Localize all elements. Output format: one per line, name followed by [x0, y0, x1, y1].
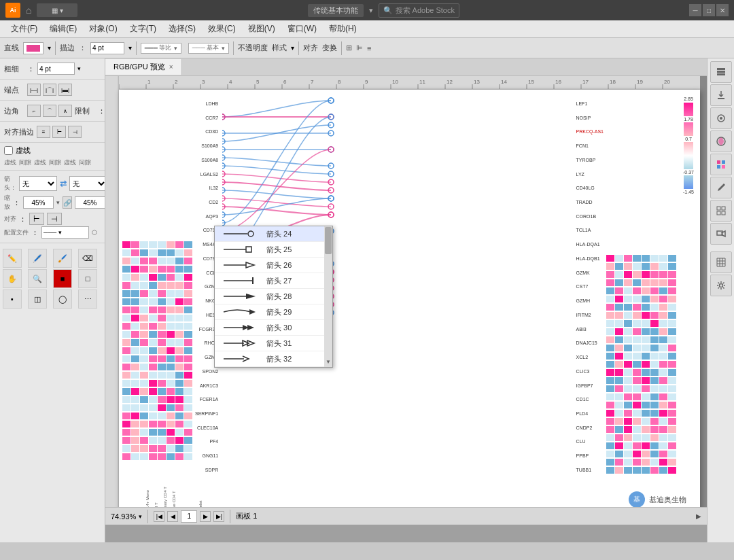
- menu-effect[interactable]: 效果(C): [203, 22, 241, 36]
- right-tool-properties[interactable]: [710, 107, 732, 129]
- arrow-item-25[interactable]: 箭头 25: [215, 242, 332, 258]
- right-tool-swatches[interactable]: [710, 154, 732, 175]
- page-first-button[interactable]: |◀: [154, 511, 164, 522]
- left-cell-11-1: [131, 331, 139, 338]
- right-tool-export[interactable]: [710, 84, 732, 106]
- arrow-start-select[interactable]: 无 箭头 24: [19, 176, 57, 191]
- profile-options[interactable]: ⬡: [92, 229, 97, 236]
- align-center[interactable]: ≡: [37, 126, 50, 138]
- page-next-button[interactable]: ▶: [200, 511, 211, 522]
- minimize-button[interactable]: ─: [689, 4, 701, 16]
- stroke-basic-preview[interactable]: ─── 基本 ▾: [188, 43, 229, 54]
- align-inner[interactable]: ⊢: [52, 126, 66, 138]
- tool-brush[interactable]: 🖌️: [53, 249, 72, 268]
- stroke-style-preview[interactable]: ═══ 等比 ▾: [141, 43, 181, 54]
- align-btn2[interactable]: ⊣: [47, 213, 62, 225]
- zoom-arrow[interactable]: ▾: [139, 513, 142, 520]
- tool-pen[interactable]: 🖊️: [28, 249, 47, 268]
- search-container[interactable]: 🔍 搜索 Adobe Stock: [379, 3, 459, 18]
- weight-input[interactable]: [37, 63, 75, 75]
- menu-file[interactable]: 文件(F): [5, 22, 43, 36]
- corner-bevel[interactable]: ∧: [58, 105, 72, 117]
- right-tool-color[interactable]: [710, 130, 732, 152]
- tool-rect1[interactable]: ▪: [3, 290, 22, 309]
- page-prev-button[interactable]: ◀: [167, 511, 178, 522]
- corner-round[interactable]: ⌒: [43, 105, 56, 117]
- menu-edit[interactable]: 编辑(E): [44, 22, 82, 36]
- right-tool-grid[interactable]: [710, 251, 732, 273]
- scale-end-input[interactable]: [75, 196, 105, 209]
- endpoint-butt[interactable]: |—|: [27, 84, 41, 96]
- menu-object[interactable]: 对象(O): [84, 22, 122, 36]
- arrow-swap-icon[interactable]: ⇄: [60, 179, 67, 188]
- arrow-dropdown[interactable]: 箭头 24 箭头 25 箭头 26: [214, 226, 333, 368]
- arrow-item-28[interactable]: 箭头 28: [215, 289, 332, 304]
- right-tool-links[interactable]: [710, 223, 732, 245]
- canvas-tab[interactable]: RGB/GPU 预览 ×: [105, 59, 182, 75]
- menu-view[interactable]: 视图(V): [243, 22, 281, 36]
- menu-text[interactable]: 文字(T): [124, 22, 162, 36]
- dash-checkbox[interactable]: [4, 146, 13, 155]
- left-cell-17-1: [131, 380, 139, 387]
- left-cell-21-5: [167, 413, 175, 419]
- link-icon[interactable]: 🔗: [63, 196, 72, 209]
- align-btn1[interactable]: ⊢: [29, 213, 44, 225]
- right-tool-layers[interactable]: [710, 61, 732, 83]
- workspace-button[interactable]: 传统基本功能: [308, 4, 364, 17]
- arrow-item-27[interactable]: 箭头 27: [215, 273, 332, 289]
- stroke-unit-arrow[interactable]: ▾: [128, 44, 132, 52]
- menu-select[interactable]: 选择(S): [163, 22, 201, 36]
- left-cell-12-4: [158, 339, 166, 346]
- tab-close-icon[interactable]: ×: [169, 63, 173, 71]
- scale-arrow[interactable]: ▾: [56, 199, 60, 206]
- endpoint-round[interactable]: |⌒|: [43, 84, 56, 96]
- stroke-arrow[interactable]: ▾: [48, 44, 51, 52]
- align-outer[interactable]: ⊣: [68, 126, 82, 138]
- grid-icon[interactable]: ⊞: [346, 43, 352, 52]
- right-tool-settings[interactable]: [710, 275, 732, 296]
- tool-more[interactable]: ⋯: [78, 290, 97, 309]
- tool-rect2[interactable]: ◫: [28, 290, 47, 309]
- tool-circ[interactable]: ◯: [53, 290, 72, 309]
- left-cell-16-1: [131, 372, 139, 379]
- tool-color2[interactable]: □: [78, 269, 97, 288]
- tool-zoom[interactable]: 🔍: [28, 269, 47, 288]
- weight-arrow[interactable]: ▾: [77, 65, 81, 72]
- tool-color1[interactable]: ■: [53, 269, 72, 288]
- left-cell-9-0: [122, 315, 130, 321]
- arrow-item-26[interactable]: 箭头 26: [215, 258, 332, 273]
- menu-window[interactable]: 窗口(W): [282, 22, 322, 36]
- profile-select[interactable]: ─── ▾: [41, 226, 89, 239]
- align-right-icon[interactable]: ⊫: [356, 43, 363, 52]
- menu-icon[interactable]: ≡: [367, 44, 371, 52]
- stroke-color-box[interactable]: [23, 42, 43, 54]
- arrow-item-30[interactable]: 箭头 30: [215, 320, 332, 336]
- arrow-item-32[interactable]: 箭头 32: [215, 351, 332, 367]
- close-button[interactable]: ✕: [716, 4, 729, 16]
- home-icon[interactable]: ⌂: [26, 5, 31, 16]
- corner-miter[interactable]: ⌐: [27, 105, 41, 117]
- style-arrow[interactable]: ▾: [291, 44, 294, 52]
- endpoint-square[interactable]: |▬|: [58, 84, 72, 96]
- arrow-item-29[interactable]: 箭头 29: [215, 304, 332, 320]
- arrow-item-31[interactable]: 箭头 31: [215, 336, 332, 351]
- right-tool-symbols[interactable]: [710, 200, 732, 222]
- tool-pencil[interactable]: ✏️: [3, 249, 22, 268]
- left-gene-23: CLEC10A: [195, 424, 220, 432]
- page-last-button[interactable]: ▶|: [213, 511, 224, 522]
- scale-start-input[interactable]: [23, 196, 54, 209]
- tool-eraser[interactable]: ⌫: [78, 249, 97, 268]
- dropdown-scrollbar[interactable]: [324, 226, 332, 367]
- maximize-button[interactable]: □: [703, 4, 715, 16]
- menu-help[interactable]: 帮助(H): [324, 22, 362, 36]
- stroke-value[interactable]: [90, 42, 124, 54]
- page-number-input[interactable]: [181, 510, 197, 523]
- right-tool-brush[interactable]: [710, 177, 732, 198]
- layout-btn[interactable]: ▦ ▾: [37, 3, 77, 17]
- arrow-end-select[interactable]: 无 箭头 24: [69, 176, 105, 191]
- arrow-item-24[interactable]: 箭头 24: [215, 226, 332, 242]
- status-arrow-right[interactable]: ▶: [696, 512, 701, 520]
- scroll-down-arrow[interactable]: ▼: [325, 357, 332, 366]
- right-cell-6-3: [633, 304, 641, 311]
- tool-hand[interactable]: ✋: [3, 269, 22, 288]
